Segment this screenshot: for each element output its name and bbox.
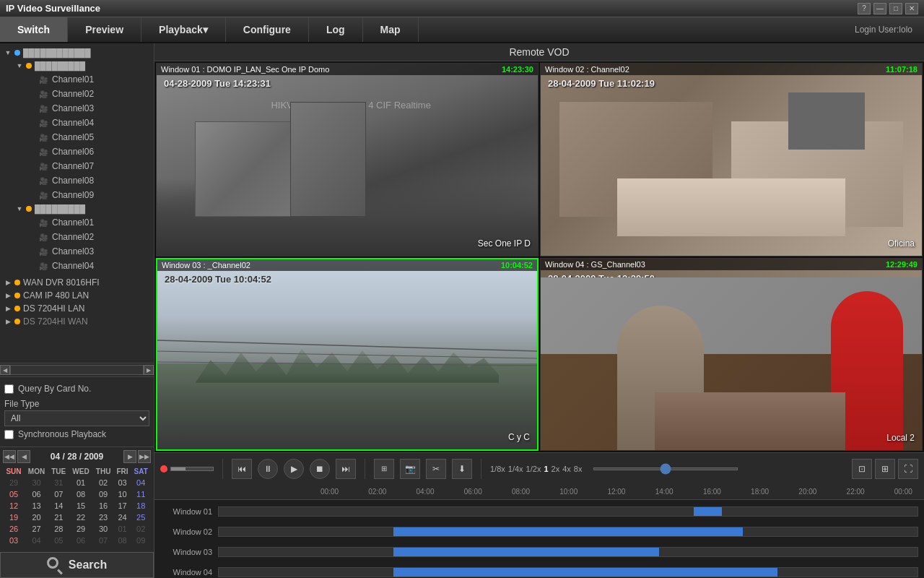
download-btn[interactable]: ⬇ — [452, 459, 472, 479]
query-by-card-label[interactable]: Query By Card No. — [18, 384, 91, 394]
cal-day-2-3[interactable]: 15 — [69, 500, 93, 512]
tree-s2-channel03[interactable]: 🎥 Channel03 — [23, 244, 154, 259]
sync-playback-checkbox[interactable] — [4, 430, 14, 439]
cal-day-2-4[interactable]: 16 — [92, 500, 113, 512]
cal-next-year[interactable]: ▶▶ — [138, 450, 151, 463]
tree-s2-channel02[interactable]: 🎥 Channel02 — [23, 230, 154, 244]
speed-2x[interactable]: 2x — [552, 465, 560, 473]
cal-day-4-2[interactable]: 28 — [48, 523, 69, 535]
tree-channel03[interactable]: 🎥 Channel03 — [23, 101, 154, 116]
cal-day-0-0[interactable]: 29 — [3, 477, 25, 488]
tree-channel09[interactable]: 🎥 Channel09 — [23, 188, 154, 202]
tree-group1[interactable]: ▼ ████████████ — [0, 46, 154, 59]
nav-preview[interactable]: Preview — [68, 17, 141, 42]
cal-day-0-3[interactable]: 01 — [69, 477, 93, 488]
cal-day-5-6[interactable]: 09 — [131, 535, 151, 546]
single-view-btn[interactable]: ⊡ — [852, 459, 872, 479]
cal-day-4-4[interactable]: 30 — [92, 523, 113, 535]
cal-day-5-1[interactable]: 04 — [25, 535, 48, 546]
help-button[interactable]: ? — [858, 3, 871, 14]
tree-channel06[interactable]: 🎥 Channel06 — [23, 144, 154, 159]
cal-day-1-4[interactable]: 09 — [92, 488, 113, 500]
tree-channel07[interactable]: 🎥 Channel07 — [23, 159, 154, 173]
cal-day-0-5[interactable]: 03 — [114, 477, 131, 488]
play-btn[interactable]: ▶ — [284, 459, 304, 479]
tree-cam-ip-480[interactable]: ▶ CAM IP 480 LAN — [0, 289, 154, 302]
tree-server1[interactable]: ▼ █████████ — [12, 59, 154, 72]
tree-ds-7204-lan[interactable]: ▶ DS 7204HI LAN — [0, 302, 154, 315]
scroll-left-btn[interactable]: ◀ — [0, 365, 10, 375]
query-by-card-checkbox[interactable] — [4, 384, 14, 394]
tree-wan-dvr[interactable]: ▶ WAN DVR 8016HFI — [0, 276, 154, 289]
tree-s2-channel04[interactable]: 🎥 Channel04 — [23, 259, 154, 273]
speed-4x[interactable]: 4x — [562, 465, 571, 473]
video-window-01[interactable]: Window 01 : DOMO IP_LAN_Sec One IP Domo … — [156, 63, 539, 256]
cal-day-3-1[interactable]: 20 — [25, 512, 48, 523]
stop-btn[interactable]: ⏹ — [310, 459, 330, 479]
cal-day-4-0[interactable]: 26 — [3, 523, 25, 535]
prev-frame-btn[interactable]: ⏮ — [232, 459, 252, 479]
cal-day-0-4[interactable]: 02 — [92, 477, 113, 488]
cal-day-0-2[interactable]: 31 — [48, 477, 69, 488]
cal-day-0-1[interactable]: 30 — [25, 477, 48, 488]
cal-day-0-6[interactable]: 04 — [131, 477, 151, 488]
file-type-select[interactable]: All — [4, 410, 149, 426]
minimize-button[interactable]: — — [873, 3, 886, 14]
speed-1x[interactable]: 1 — [544, 465, 548, 473]
tree-s2-channel01[interactable]: 🎥 Channel01 — [23, 215, 154, 230]
cal-day-2-2[interactable]: 14 — [48, 500, 69, 512]
cal-prev-year[interactable]: ◀◀ — [3, 450, 16, 463]
cal-day-5-0[interactable]: 03 — [3, 535, 25, 546]
cal-day-4-3[interactable]: 29 — [69, 523, 93, 535]
cal-day-3-0[interactable]: 19 — [3, 512, 25, 523]
snapshot-btn[interactable]: 📷 — [400, 459, 420, 479]
cal-day-4-1[interactable]: 27 — [25, 523, 48, 535]
device-tree[interactable]: ▼ ████████████ ▼ █████████ 🎥 Channel01 🎥… — [0, 43, 154, 363]
cal-day-3-6[interactable]: 25 — [131, 512, 151, 523]
zoom-slider[interactable] — [593, 467, 738, 470]
cal-day-1-3[interactable]: 08 — [69, 488, 93, 500]
track-timeline-02[interactable] — [218, 527, 918, 537]
speed-1-4x[interactable]: 1/4x — [508, 465, 523, 473]
cal-day-5-4[interactable]: 07 — [92, 535, 113, 546]
cal-day-5-5[interactable]: 08 — [114, 535, 131, 546]
cal-day-1-1[interactable]: 06 — [25, 488, 48, 500]
nav-switch[interactable]: Switch — [0, 17, 68, 42]
cal-day-4-5[interactable]: 01 — [114, 523, 131, 535]
cal-day-2-5[interactable]: 17 — [114, 500, 131, 512]
cal-day-3-2[interactable]: 21 — [48, 512, 69, 523]
nav-map[interactable]: Map — [363, 17, 419, 42]
fullscreen-btn[interactable]: ⛶ — [898, 459, 918, 479]
search-button[interactable]: Search — [0, 552, 154, 578]
close-button[interactable]: ✕ — [905, 3, 918, 14]
speed-1-2x[interactable]: 1/2x — [526, 465, 541, 473]
cal-day-3-4[interactable]: 23 — [92, 512, 113, 523]
track-timeline-01[interactable] — [218, 506, 918, 517]
track-timeline-03[interactable] — [218, 547, 918, 557]
cal-day-1-5[interactable]: 10 — [114, 488, 131, 500]
cal-day-5-3[interactable]: 06 — [69, 535, 93, 546]
tree-ds-7204-wan[interactable]: ▶ DS 7204HI WAN — [0, 315, 154, 328]
cal-day-5-2[interactable]: 05 — [48, 535, 69, 546]
cal-day-1-0[interactable]: 05 — [3, 488, 25, 500]
speed-1-8x[interactable]: 1/8x — [490, 465, 505, 473]
scroll-right-btn[interactable]: ▶ — [144, 365, 154, 375]
video-window-02[interactable]: Window 02 : Channel02 11:07:18 28-04-200… — [540, 63, 923, 256]
cal-prev-month[interactable]: ◀ — [17, 450, 30, 463]
cal-day-1-6[interactable]: 11 — [131, 488, 151, 500]
speed-8x[interactable]: 8x — [574, 465, 583, 473]
track-timeline-04[interactable] — [218, 567, 918, 577]
cal-day-2-6[interactable]: 18 — [131, 500, 151, 512]
nav-log[interactable]: Log — [309, 17, 363, 42]
clip-btn[interactable]: ✂ — [426, 459, 446, 479]
maximize-button[interactable]: □ — [889, 3, 902, 14]
layout-4-btn[interactable]: ⊞ — [374, 459, 394, 479]
tree-server2[interactable]: ▼ █████████ — [12, 202, 154, 215]
scroll-track[interactable] — [10, 365, 144, 375]
tree-channel01[interactable]: 🎥 Channel01 — [23, 72, 154, 87]
video-window-04[interactable]: Window 04 : GS_Channel03 12:29:49 28-04-… — [540, 258, 923, 452]
cal-day-2-0[interactable]: 12 — [3, 500, 25, 512]
cal-day-3-3[interactable]: 22 — [69, 512, 93, 523]
cal-day-2-1[interactable]: 13 — [25, 500, 48, 512]
cal-day-3-5[interactable]: 24 — [114, 512, 131, 523]
